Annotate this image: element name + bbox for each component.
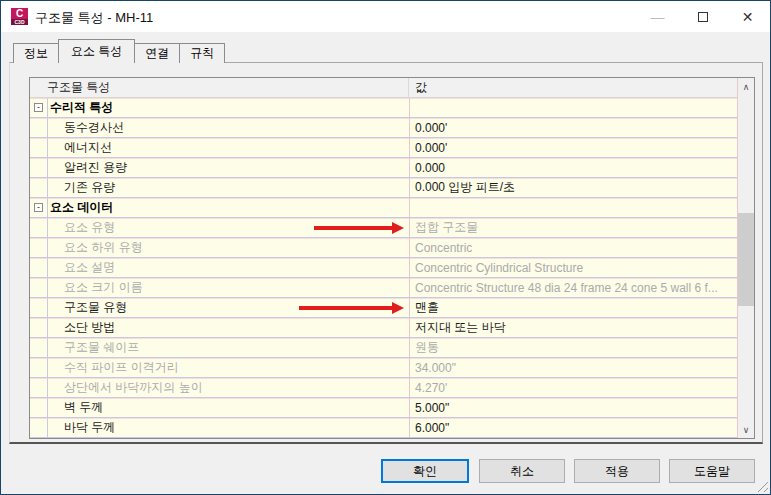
property-label: 벽 두께 xyxy=(30,398,409,417)
property-label: 요소 크기 이름 xyxy=(30,278,409,297)
property-value[interactable]: 5.000" xyxy=(409,398,737,417)
property-label: 소단 방법 xyxy=(30,318,409,337)
property-value[interactable]: 맨홀 xyxy=(409,298,737,317)
tab-0[interactable]: 정보 xyxy=(13,43,59,63)
property-label: 에너지선 xyxy=(30,138,409,157)
property-label-text: 동수경사선 xyxy=(64,119,124,136)
scroll-up-icon[interactable]: ∧ xyxy=(738,78,754,95)
civil3d-icon-sub: C3D xyxy=(11,19,28,25)
property-row[interactable]: 벽 두께5.000" xyxy=(30,398,737,418)
property-label-text: 요소 설명 xyxy=(64,259,115,276)
property-grid: 구조물 특성 값 -수리적 특성동수경사선0.000'에너지선0.000'알려진… xyxy=(29,77,755,439)
resize-grip-icon[interactable] xyxy=(755,479,768,492)
tab-1[interactable]: 요소 특성 xyxy=(58,39,135,63)
tab-bar: 정보요소 특성연결규칙 xyxy=(13,39,224,63)
property-label: 기존 유량 xyxy=(30,178,409,197)
close-button[interactable]: ✕ xyxy=(725,1,770,32)
vertical-scrollbar[interactable]: ∧ ∨ xyxy=(737,78,754,438)
property-label-text: 구조물 쉐이프 xyxy=(64,339,139,356)
property-row[interactable]: 요소 설명Concentric Cylindrical Structure xyxy=(30,258,737,278)
annotation-arrow-icon xyxy=(299,302,404,314)
property-label: 구조물 유형 xyxy=(30,298,409,317)
property-label: 상단에서 바닥까지의 높이 xyxy=(30,378,409,397)
minimize-button[interactable]: — xyxy=(635,1,680,32)
property-value[interactable]: Concentric xyxy=(409,238,737,257)
property-label-text: 소단 방법 xyxy=(64,319,115,336)
property-row[interactable]: 구조물 쉐이프원통 xyxy=(30,338,737,358)
cancel-button[interactable]: 취소 xyxy=(479,459,565,483)
grid-rows: -수리적 특성동수경사선0.000'에너지선0.000'알려진 용량0.000기… xyxy=(30,98,737,438)
property-row[interactable]: 수직 파이프 이격거리34.000" xyxy=(30,358,737,378)
property-label-text: 바닥 두께 xyxy=(64,419,115,436)
property-value[interactable]: 저지대 또는 바닥 xyxy=(409,318,737,337)
property-row[interactable]: 알려진 용량0.000 xyxy=(30,158,737,178)
property-row[interactable]: 요소 유형접합 구조물 xyxy=(30,218,737,238)
property-value[interactable]: 0.000 xyxy=(409,158,737,177)
property-label-text: 기존 유량 xyxy=(64,179,115,196)
property-row[interactable]: 소단 방법저지대 또는 바닥 xyxy=(30,318,737,338)
property-label-text: 수리적 특성 xyxy=(50,99,113,116)
property-label: 알려진 용량 xyxy=(30,158,409,177)
collapse-toggle-icon[interactable]: - xyxy=(34,103,43,112)
property-row[interactable]: 기존 유량0.000 입방 피트/초 xyxy=(30,178,737,198)
dialog-title: 구조물 특성 - MH-11 xyxy=(35,9,153,27)
property-label-text: 구조물 유형 xyxy=(64,299,127,316)
property-row[interactable]: 요소 크기 이름Concentric Structure 48 dia 24 f… xyxy=(30,278,737,298)
property-value[interactable]: 0.000' xyxy=(409,118,737,137)
property-label-text: 에너지선 xyxy=(64,139,112,156)
collapse-toggle-icon[interactable]: - xyxy=(34,203,43,212)
property-row[interactable]: 구조물 유형맨홀 xyxy=(30,298,737,318)
property-value[interactable]: 0.000 입방 피트/초 xyxy=(409,178,737,197)
property-label: 요소 하위 유형 xyxy=(30,238,409,257)
property-label-text: 벽 두께 xyxy=(64,399,103,416)
property-row[interactable]: 상단에서 바닥까지의 높이4.270' xyxy=(30,378,737,398)
section-row[interactable]: -요소 데이터 xyxy=(30,198,737,218)
property-label: 요소 설명 xyxy=(30,258,409,277)
property-label: 바닥 두께 xyxy=(30,418,409,437)
title-bar: C C3D 구조물 특성 - MH-11 — ✕ xyxy=(1,1,770,32)
apply-button[interactable]: 적용 xyxy=(574,459,660,483)
property-value[interactable]: 0.000' xyxy=(409,138,737,157)
property-value[interactable]: 원통 xyxy=(409,338,737,357)
tab-3[interactable]: 규칙 xyxy=(179,43,225,63)
civil3d-app-icon: C C3D xyxy=(11,8,28,25)
window-controls: — ✕ xyxy=(635,1,770,32)
property-value[interactable]: 6.000" xyxy=(409,418,737,437)
property-row[interactable]: 요소 하위 유형Concentric xyxy=(30,238,737,258)
property-value[interactable]: Concentric Cylindrical Structure xyxy=(409,258,737,277)
property-value[interactable]: Concentric Structure 48 dia 24 frame 24 … xyxy=(409,278,737,297)
property-label-text: 요소 하위 유형 xyxy=(64,239,143,256)
property-row[interactable]: 동수경사선0.000' xyxy=(30,118,737,138)
property-label: 수직 파이프 이격거리 xyxy=(30,358,409,377)
help-button[interactable]: 도움말 xyxy=(669,459,755,483)
scroll-down-icon[interactable]: ∨ xyxy=(738,421,754,438)
tab-2[interactable]: 연결 xyxy=(134,43,180,63)
property-label-text: 요소 데이터 xyxy=(50,199,113,216)
structure-properties-dialog: C C3D 구조물 특성 - MH-11 — ✕ 정보요소 특성연결규칙 구조물… xyxy=(0,0,771,495)
property-row[interactable]: 바닥 두께6.000" xyxy=(30,418,737,438)
property-value[interactable]: 34.000" xyxy=(409,358,737,377)
property-label-text: 요소 유형 xyxy=(64,219,115,236)
section-row[interactable]: -수리적 특성 xyxy=(30,98,737,118)
grid-header: 구조물 특성 값 xyxy=(30,78,754,98)
property-value[interactable]: 4.270' xyxy=(409,378,737,397)
property-value[interactable] xyxy=(409,98,737,117)
property-label: 요소 유형 xyxy=(30,218,409,237)
property-label-text: 수직 파이프 이격거리 xyxy=(64,359,179,376)
column-header-value: 값 xyxy=(409,78,754,97)
property-label: -수리적 특성 xyxy=(30,98,409,117)
civil3d-icon-letter: C xyxy=(16,8,23,19)
maximize-icon xyxy=(698,12,708,22)
property-value[interactable] xyxy=(409,198,737,217)
property-label-text: 알려진 용량 xyxy=(64,159,127,176)
property-row[interactable]: 에너지선0.000' xyxy=(30,138,737,158)
property-label-text: 상단에서 바닥까지의 높이 xyxy=(64,379,203,396)
property-label-text: 요소 크기 이름 xyxy=(64,279,143,296)
ok-button[interactable]: 확인 xyxy=(381,459,469,483)
scrollbar-thumb[interactable] xyxy=(738,213,754,306)
property-label: 구조물 쉐이프 xyxy=(30,338,409,357)
property-value[interactable]: 접합 구조물 xyxy=(409,218,737,237)
property-label: 동수경사선 xyxy=(30,118,409,137)
maximize-button[interactable] xyxy=(680,1,725,32)
property-label: -요소 데이터 xyxy=(30,198,409,217)
